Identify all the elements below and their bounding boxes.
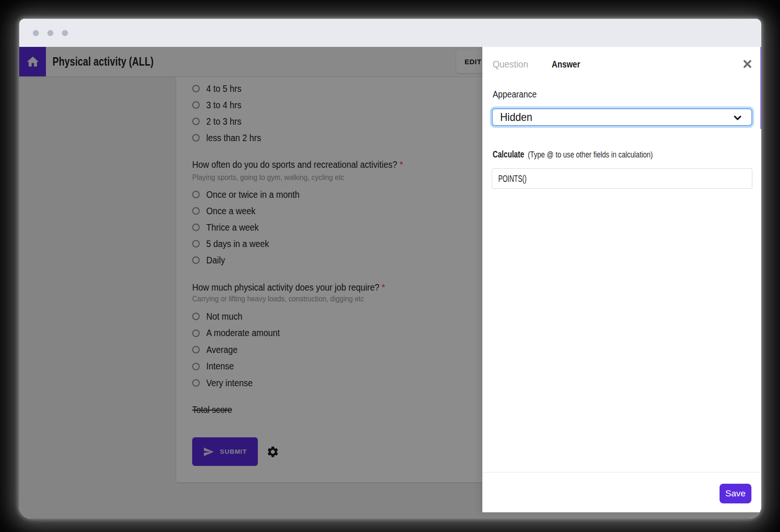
window-titlebar: [19, 19, 761, 47]
calculate-label-row: Calculate (Type @ to use other fields in…: [482, 149, 761, 161]
calculate-input-value: POINTS(): [498, 173, 526, 184]
app-window: Physical activity (ALL) EDIT 4 to 5 hrs …: [19, 19, 761, 518]
window-control-dot-1[interactable]: [33, 30, 39, 36]
window-control-dot-3[interactable]: [62, 30, 68, 36]
tab-question[interactable]: Question: [493, 58, 528, 70]
calculate-hint: (Type @ to use other fields in calculati…: [528, 150, 653, 160]
close-icon: [743, 60, 752, 68]
panel-tabs: Question Answer: [482, 47, 761, 81]
calculate-label: Calculate: [493, 149, 524, 160]
tab-answer[interactable]: Answer: [552, 58, 580, 70]
appearance-label: Appearance: [493, 89, 537, 100]
answer-settings-panel: Question Answer Appearance Hidden Calcul…: [482, 47, 761, 512]
panel-scrollbar-thumb[interactable]: [760, 47, 762, 129]
window-control-dot-2[interactable]: [47, 30, 53, 36]
appearance-select[interactable]: Hidden: [492, 108, 752, 126]
calculate-input[interactable]: POINTS(): [492, 168, 752, 189]
chevron-down-icon: [734, 115, 742, 121]
stage: Physical activity (ALL) EDIT 4 to 5 hrs …: [0, 0, 780, 532]
panel-footer: Save: [482, 472, 761, 512]
save-button[interactable]: Save: [720, 484, 751, 503]
close-panel-button[interactable]: [742, 59, 752, 68]
appearance-select-value: Hidden: [500, 111, 532, 124]
